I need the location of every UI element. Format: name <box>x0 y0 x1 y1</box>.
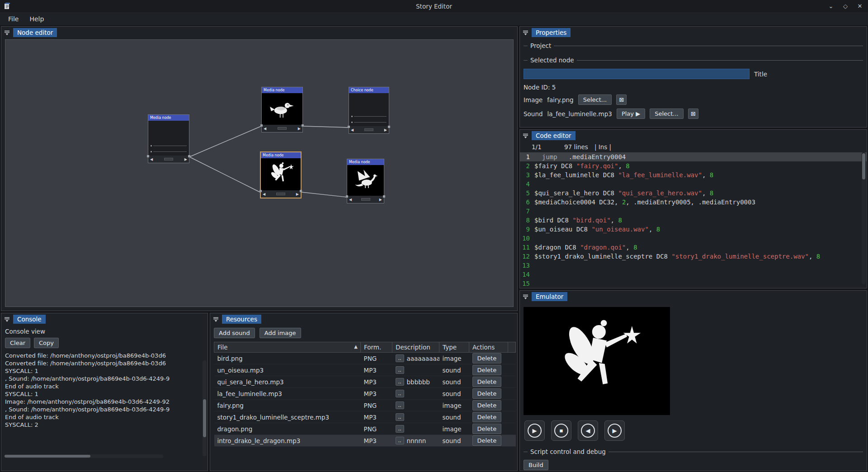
maximize-button[interactable]: ◇ <box>842 3 849 9</box>
input-port[interactable] <box>147 155 149 157</box>
resource-row[interactable]: fairy.pngPNG..imageDelete <box>214 400 516 411</box>
node-value-box[interactable] <box>278 127 287 130</box>
code-line[interactable]: 4 <box>520 179 867 189</box>
delete-button[interactable]: Delete <box>472 365 502 375</box>
input-port[interactable] <box>346 195 348 198</box>
output-port[interactable] <box>188 155 190 157</box>
spin-right-icon[interactable]: ▶ <box>184 157 187 161</box>
resource-row[interactable]: story1_drako_luminelle_sceptre.mp3MP3..s… <box>214 411 516 423</box>
input-port[interactable] <box>260 124 263 127</box>
properties-title[interactable]: Properties <box>532 28 571 37</box>
spin-left-icon[interactable]: ◀ <box>263 192 265 196</box>
edit-description-button[interactable]: .. <box>396 378 404 386</box>
input-port[interactable] <box>259 190 262 192</box>
column-header-actions[interactable]: Actions <box>469 342 508 353</box>
column-header-format[interactable]: Form. <box>361 342 392 353</box>
graph-node-b[interactable]: Media node ◀ ▶ <box>261 87 303 132</box>
panel-collapse-icon[interactable] <box>522 293 529 300</box>
stop-button[interactable]: ■ <box>551 420 571 441</box>
edit-description-button[interactable]: .. <box>396 437 404 444</box>
spin-left-icon[interactable]: ◀ <box>264 127 266 131</box>
node-graph-canvas[interactable]: Media node ◀ ▶ Media node ◀ ▶ Choice nod… <box>5 39 514 307</box>
node-value-box[interactable] <box>364 128 373 131</box>
resource-row[interactable]: qui_sera_le_hero.mp3MP3..bbbbbbsoundDele… <box>214 376 516 388</box>
panel-collapse-icon[interactable] <box>4 316 10 323</box>
play-button[interactable]: ▶ <box>524 420 545 441</box>
panel-collapse-icon[interactable] <box>522 29 529 36</box>
console-vertical-scrollbar[interactable] <box>203 360 207 456</box>
code-line[interactable]: 3$la_fee_luminelle DC8 "la_fee_luminelle… <box>520 170 867 179</box>
scrollbar-thumb[interactable] <box>862 153 865 179</box>
spin-right-icon[interactable]: ▶ <box>298 127 301 131</box>
spin-right-icon[interactable]: ▶ <box>379 198 382 202</box>
spin-left-icon[interactable]: ◀ <box>351 128 354 132</box>
resource-row[interactable]: la_fee_luminelle.mp3MP3..soundDelete <box>214 388 516 400</box>
play-sound-button[interactable]: Play ▶ <box>617 109 645 119</box>
output-port[interactable] <box>388 126 390 128</box>
node-value-box[interactable] <box>164 158 173 160</box>
code-line[interactable]: 15 <box>520 279 867 286</box>
step-forward-button[interactable]: ▶ <box>604 420 625 441</box>
code-vertical-scrollbar[interactable] <box>862 152 866 284</box>
delete-button[interactable]: Delete <box>472 435 502 446</box>
emulator-title[interactable]: Emulator <box>532 292 567 301</box>
delete-button[interactable]: Delete <box>472 412 502 422</box>
delete-button[interactable]: Delete <box>472 400 502 411</box>
node-value-box[interactable] <box>276 193 285 195</box>
input-port[interactable] <box>348 126 350 128</box>
copy-button[interactable]: Copy <box>34 338 59 348</box>
close-button[interactable]: ✕ <box>856 3 863 9</box>
code-line[interactable]: 2$fairy DC8 "fairy.qoi", 8 <box>520 161 867 170</box>
code-line[interactable]: 13 <box>520 261 867 270</box>
resource-row[interactable]: dragon.pngPNG..imageDelete <box>214 423 516 435</box>
add-sound-button[interactable]: Add sound <box>214 328 255 338</box>
edit-description-button[interactable]: .. <box>396 354 404 362</box>
console-log[interactable]: Converted file: /home/anthony/ostproj/ba… <box>5 352 204 449</box>
delete-button[interactable]: Delete <box>472 353 502 363</box>
minimize-button[interactable]: ⌄ <box>827 3 835 9</box>
edit-description-button[interactable]: .. <box>396 390 404 397</box>
spin-right-icon[interactable]: ▶ <box>296 192 299 196</box>
code-editor-title[interactable]: Code editor <box>532 131 576 140</box>
node-value-box[interactable] <box>361 198 370 201</box>
code-line[interactable]: 11$dragon DC8 "dragon.qoi", 8 <box>520 243 867 252</box>
code-line[interactable]: 1 jump .mediaEntry0004 <box>520 152 867 161</box>
spin-left-icon[interactable]: ◀ <box>150 157 153 161</box>
graph-node-e[interactable]: Media node ◀ ▶ <box>347 159 384 203</box>
column-header-description[interactable]: Description <box>392 342 439 353</box>
code-line[interactable]: 12$story1_drako_luminelle_sceptre DC8 "s… <box>520 252 867 261</box>
column-header-type[interactable]: Type <box>439 342 469 353</box>
edit-description-button[interactable]: .. <box>396 413 404 421</box>
scrollbar-thumb[interactable] <box>203 399 206 437</box>
spin-left-icon[interactable]: ◀ <box>349 198 352 202</box>
code-line[interactable]: 7 <box>520 207 867 216</box>
code-line[interactable]: 6$mediaChoice0004 DC32, 2, .mediaEntry00… <box>520 198 867 207</box>
console-horizontal-scrollbar[interactable] <box>4 454 163 458</box>
menu-help[interactable]: Help <box>24 14 49 24</box>
edit-description-button[interactable]: .. <box>396 401 404 409</box>
node-editor-title[interactable]: Node editor <box>13 28 57 37</box>
menu-file[interactable]: File <box>3 14 24 24</box>
clear-button[interactable]: Clear <box>5 338 30 348</box>
graph-node-c[interactable]: Choice node ◀ ▶ <box>349 87 389 134</box>
resource-row[interactable]: un_oiseau.mp3MP3..soundDelete <box>214 364 516 376</box>
delete-button[interactable]: Delete <box>472 388 502 399</box>
spin-right-icon[interactable]: ▶ <box>384 128 387 132</box>
output-port[interactable] <box>300 190 302 192</box>
add-image-button[interactable]: Add image <box>259 328 301 338</box>
graph-node-d[interactable]: Media node ◀ ▶ <box>260 151 302 198</box>
step-back-button[interactable]: ◀ <box>578 420 598 441</box>
column-header-file[interactable]: File ▲ <box>214 342 361 353</box>
code-line[interactable]: 8$bird DC8 "bird.qoi", 8 <box>520 216 867 225</box>
build-button[interactable]: Build <box>524 460 548 470</box>
scrollbar-thumb[interactable] <box>5 455 90 458</box>
graph-node-a[interactable]: Media node ◀ ▶ <box>148 114 189 163</box>
clear-image-button[interactable]: ⊠ <box>616 94 627 105</box>
select-sound-button[interactable]: Select... <box>650 109 684 119</box>
code-area[interactable]: 1 jump .mediaEntry00042$fairy DC8 "fairy… <box>520 152 867 286</box>
code-line[interactable]: 14 <box>520 270 867 279</box>
resources-title[interactable]: Resources <box>222 315 261 324</box>
code-line[interactable]: 5$qui_sera_le_hero DC8 "qui_sera_le_hero… <box>520 189 867 198</box>
output-port[interactable] <box>383 195 385 198</box>
title-input[interactable] <box>524 69 750 79</box>
